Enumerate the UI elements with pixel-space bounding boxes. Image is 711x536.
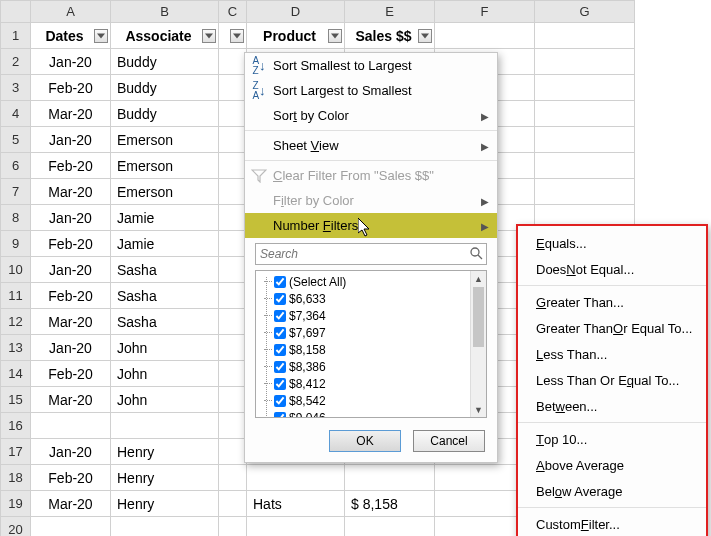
col-header-C[interactable]: C — [219, 1, 247, 23]
row-header[interactable]: 13 — [1, 335, 31, 361]
cell[interactable]: Buddy — [111, 49, 219, 75]
filter-dropdown-icon[interactable] — [94, 29, 108, 43]
row-header[interactable]: 17 — [1, 439, 31, 465]
cell[interactable]: Jamie — [111, 205, 219, 231]
cell[interactable]: Feb-20 — [31, 153, 111, 179]
row-header[interactable]: 9 — [1, 231, 31, 257]
cell[interactable]: Feb-20 — [31, 283, 111, 309]
filter-greater-than[interactable]: Greater Than... — [518, 289, 706, 315]
cell[interactable]: Jan-20 — [31, 439, 111, 465]
cell[interactable]: Feb-20 — [31, 231, 111, 257]
filter-checkbox[interactable] — [274, 361, 286, 373]
scrollbar[interactable]: ▲ ▼ — [470, 271, 486, 417]
row-header[interactable]: 20 — [1, 517, 31, 537]
filter-less-than[interactable]: Less Than... — [518, 341, 706, 367]
cell[interactable]: John — [111, 387, 219, 413]
cell[interactable] — [345, 517, 435, 537]
col-header-D[interactable]: D — [247, 1, 345, 23]
row-header[interactable]: 16 — [1, 413, 31, 439]
cell[interactable] — [219, 439, 247, 465]
filter-checkbox[interactable] — [274, 412, 286, 419]
filter-between[interactable]: Between... — [518, 393, 706, 419]
cell[interactable] — [535, 127, 635, 153]
cell[interactable] — [535, 49, 635, 75]
cell[interactable] — [219, 153, 247, 179]
cell[interactable]: Buddy — [111, 75, 219, 101]
cell[interactable]: Jamie — [111, 231, 219, 257]
row-header[interactable]: 4 — [1, 101, 31, 127]
row-header[interactable]: 18 — [1, 465, 31, 491]
cell[interactable] — [219, 517, 247, 537]
cell[interactable] — [219, 101, 247, 127]
cell[interactable]: Jan-20 — [31, 257, 111, 283]
cell[interactable]: Hats — [247, 491, 345, 517]
row-header[interactable]: 11 — [1, 283, 31, 309]
filter-checkbox[interactable] — [274, 276, 286, 288]
cell[interactable]: Henry — [111, 439, 219, 465]
filter-greater-equal[interactable]: Greater Than Or Equal To... — [518, 315, 706, 341]
filter-not-equal[interactable]: Does Not Equal... — [518, 256, 706, 282]
filter-checkbox[interactable] — [274, 344, 286, 356]
row-header[interactable]: 19 — [1, 491, 31, 517]
sort-by-color[interactable]: Sort by Color ▶ — [245, 103, 497, 128]
select-all-corner[interactable] — [1, 1, 31, 23]
cell[interactable]: Jan-20 — [31, 335, 111, 361]
filter-value-item[interactable]: $6,633 — [274, 290, 470, 307]
cell[interactable]: Emerson — [111, 179, 219, 205]
cell[interactable] — [219, 361, 247, 387]
sheet-view[interactable]: Sheet View ▶ — [245, 133, 497, 158]
sort-ascending[interactable]: AZ↓ Sort Smallest to Largest — [245, 53, 497, 78]
filter-checkbox[interactable] — [274, 327, 286, 339]
cell[interactable]: Sasha — [111, 309, 219, 335]
row-header[interactable]: 5 — [1, 127, 31, 153]
cell[interactable] — [247, 465, 345, 491]
filter-checkbox[interactable] — [274, 378, 286, 390]
cell[interactable] — [219, 205, 247, 231]
cell[interactable] — [535, 101, 635, 127]
cell[interactable] — [535, 153, 635, 179]
cell[interactable] — [219, 465, 247, 491]
cell[interactable]: Jan-20 — [31, 205, 111, 231]
scroll-down-icon[interactable]: ▼ — [471, 402, 486, 417]
cell[interactable]: Sasha — [111, 257, 219, 283]
scroll-up-icon[interactable]: ▲ — [471, 271, 486, 286]
filter-value-item[interactable]: $8,412 — [274, 375, 470, 392]
cell[interactable] — [219, 491, 247, 517]
cell[interactable]: Emerson — [111, 127, 219, 153]
cell[interactable]: Jan-20 — [31, 49, 111, 75]
cell[interactable]: Mar-20 — [31, 101, 111, 127]
cell[interactable]: Buddy — [111, 101, 219, 127]
cell[interactable] — [435, 23, 535, 49]
sort-descending[interactable]: ZA↓ Sort Largest to Smallest — [245, 78, 497, 103]
filter-value-item[interactable]: $8,158 — [274, 341, 470, 358]
filter-dropdown-icon[interactable] — [328, 29, 342, 43]
filter-value-item[interactable]: $8,386 — [274, 358, 470, 375]
cell[interactable]: John — [111, 335, 219, 361]
filter-above-average[interactable]: Above Average — [518, 452, 706, 478]
number-filters[interactable]: Number Filters ▶ — [245, 213, 497, 238]
ok-button[interactable]: OK — [329, 430, 401, 452]
cell[interactable] — [31, 517, 111, 537]
cell[interactable]: Henry — [111, 465, 219, 491]
row-header[interactable]: 3 — [1, 75, 31, 101]
scroll-thumb[interactable] — [473, 287, 484, 347]
cell[interactable] — [31, 413, 111, 439]
cancel-button[interactable]: Cancel — [413, 430, 485, 452]
cell[interactable] — [219, 413, 247, 439]
filter-dropdown-icon[interactable] — [418, 29, 432, 43]
filter-value-item[interactable]: $9,046 — [274, 409, 470, 418]
row-header[interactable]: 12 — [1, 309, 31, 335]
row-header[interactable]: 1 — [1, 23, 31, 49]
filter-top-10[interactable]: Top 10... — [518, 426, 706, 452]
col-header-B[interactable]: B — [111, 1, 219, 23]
cell[interactable] — [219, 179, 247, 205]
cell[interactable] — [219, 49, 247, 75]
filter-value-item[interactable]: $7,697 — [274, 324, 470, 341]
filter-less-equal[interactable]: Less Than Or Equal To... — [518, 367, 706, 393]
col-header-G[interactable]: G — [535, 1, 635, 23]
cell[interactable] — [535, 23, 635, 49]
cell[interactable]: Feb-20 — [31, 75, 111, 101]
filter-checkbox[interactable] — [274, 293, 286, 305]
cell[interactable] — [219, 387, 247, 413]
cell[interactable] — [219, 283, 247, 309]
